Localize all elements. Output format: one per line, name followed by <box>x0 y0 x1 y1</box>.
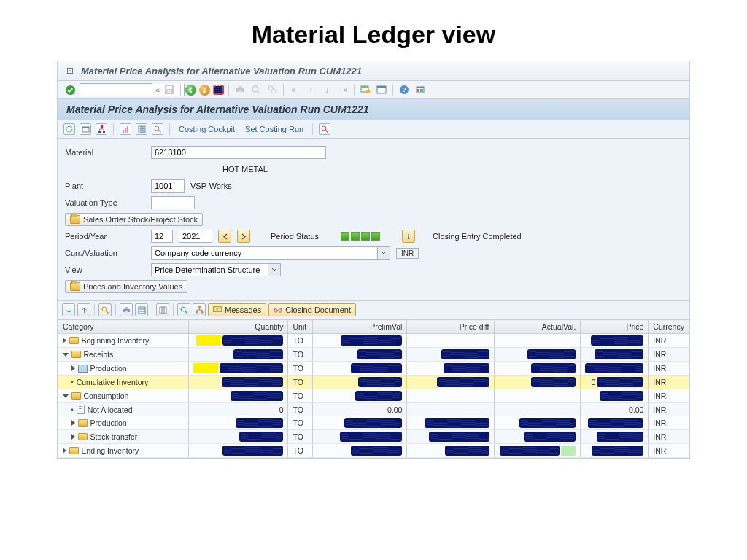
prev-period-button[interactable] <box>218 230 231 243</box>
print-icon[interactable] <box>233 83 247 96</box>
expand-icon[interactable] <box>71 365 75 371</box>
valtype-input[interactable] <box>151 196 195 209</box>
curr-select[interactable] <box>151 246 377 260</box>
chevron-down-icon[interactable] <box>377 246 390 260</box>
expand-icon[interactable] <box>71 420 75 426</box>
layout-icon[interactable] <box>375 83 388 96</box>
cancel-icon[interactable]: ✕ <box>213 85 224 95</box>
material-label: Material <box>65 148 145 157</box>
table-row[interactable]: ReceiptsTOINR <box>58 348 689 362</box>
enter-icon[interactable] <box>63 83 77 96</box>
back-icon[interactable] <box>185 85 196 96</box>
row-label: Ending Inventory <box>82 446 139 455</box>
expand-icon[interactable] <box>63 64 77 77</box>
th-quantity[interactable]: Quantity <box>189 320 288 334</box>
messages-button[interactable]: Messages <box>208 303 266 316</box>
find-tree-icon[interactable] <box>98 303 112 316</box>
material-input[interactable] <box>151 146 326 159</box>
row-label: Production <box>90 364 127 373</box>
view-label: View <box>65 265 145 274</box>
costing-cockpit-button[interactable]: Costing Cockpit <box>176 123 238 135</box>
set-costing-run-button[interactable]: Set Costing Run <box>242 123 306 135</box>
svg-point-8 <box>252 86 258 92</box>
next-page-icon[interactable]: ↓ <box>320 83 333 96</box>
table-row[interactable]: ProductionTOINR <box>58 362 689 376</box>
row-label: Consumption <box>84 392 129 400</box>
table-icon[interactable] <box>136 123 147 135</box>
redacted-value <box>351 363 402 373</box>
export-icon[interactable] <box>135 303 148 316</box>
page-heading: Material Ledger view <box>0 0 747 61</box>
save-icon[interactable] <box>163 83 176 96</box>
history-back[interactable]: « <box>155 85 160 94</box>
th-currency[interactable]: Currency <box>649 320 689 334</box>
find-next-icon[interactable] <box>266 83 279 96</box>
last-page-icon[interactable]: ⇥ <box>336 83 349 96</box>
help-icon[interactable]: ? <box>398 83 411 96</box>
collapse-all-icon[interactable] <box>62 303 75 316</box>
new-session-icon[interactable] <box>359 83 372 96</box>
status-lights <box>341 232 380 241</box>
chevron-down-icon[interactable] <box>268 263 281 276</box>
refresh-icon[interactable] <box>63 123 75 135</box>
column-config-icon[interactable] <box>156 303 169 316</box>
view-select[interactable] <box>151 263 268 276</box>
display-icon[interactable] <box>80 123 91 135</box>
th-category[interactable]: Category <box>58 320 189 334</box>
table-row[interactable]: •Cumulative InventoryTO0INR <box>58 376 689 389</box>
window-titlebar: Material Price Analysis for Alternative … <box>58 61 689 81</box>
th-pricediff[interactable]: Price diff <box>407 320 494 334</box>
folder-icon <box>78 419 88 427</box>
detail-icon[interactable] <box>177 303 190 316</box>
collapse-icon[interactable] <box>63 394 69 398</box>
prev-page-icon[interactable]: ↑ <box>304 83 317 96</box>
bullet-icon: • <box>71 378 74 386</box>
zoom-icon[interactable] <box>319 123 330 135</box>
hierarchy-tree-icon[interactable] <box>193 303 206 316</box>
table-row[interactable]: Ending InventoryTOINR <box>58 444 689 458</box>
folder-icon <box>70 282 80 291</box>
period-year-input[interactable] <box>179 230 212 243</box>
redacted-value <box>445 446 489 456</box>
closing-status: Closing Entry Completed <box>433 232 522 241</box>
table-row[interactable]: Beginning InventoryTOINR <box>58 334 689 348</box>
chart-icon[interactable] <box>120 123 131 135</box>
expand-icon[interactable] <box>63 448 66 454</box>
th-price[interactable]: Price <box>581 320 649 334</box>
expand-icon[interactable] <box>63 338 66 343</box>
exit-icon[interactable] <box>199 85 210 96</box>
plant-input[interactable] <box>151 179 185 192</box>
customize-icon[interactable] <box>414 83 427 96</box>
prices-inventory-button[interactable]: Prices and Inventory Values <box>65 280 187 293</box>
analyze-icon[interactable] <box>152 123 163 135</box>
svg-rect-6 <box>238 86 242 88</box>
period-month-input[interactable] <box>151 230 173 243</box>
print-tree-icon[interactable] <box>120 303 133 316</box>
find-icon[interactable] <box>249 83 263 96</box>
table-row[interactable]: •Not Allocated0TO0.000.00INR <box>58 403 689 416</box>
next-period-button[interactable] <box>237 230 250 243</box>
table-row[interactable]: ConsumptionTOINR <box>58 389 689 403</box>
sales-stock-button[interactable]: Sales Order Stock/Project Stock <box>65 213 203 226</box>
first-page-icon[interactable]: ⇤ <box>288 83 301 96</box>
svg-rect-37 <box>139 307 145 314</box>
command-field[interactable] <box>80 83 152 96</box>
th-actual[interactable]: ActualVal. <box>494 320 581 334</box>
valtype-label: Valuation Type <box>65 198 145 207</box>
redacted-value <box>355 391 402 401</box>
collapse-icon[interactable] <box>63 353 69 357</box>
closing-doc-button[interactable]: Closing Document <box>268 303 356 316</box>
svg-rect-35 <box>125 307 128 309</box>
redacted-value <box>597 432 643 442</box>
th-prelim[interactable]: PrelimVal <box>312 320 407 334</box>
expand-icon[interactable] <box>71 434 75 440</box>
redacted-value <box>524 432 576 442</box>
th-unit[interactable]: Unit <box>288 320 312 334</box>
folder-icon <box>70 215 80 224</box>
info-button[interactable]: i <box>402 230 415 243</box>
sub-header: Material Price Analysis for Alternative … <box>58 99 689 120</box>
hierarchy-icon[interactable] <box>96 123 107 135</box>
expand-all-icon[interactable] <box>77 303 90 316</box>
table-row[interactable]: Stock transferTOINR <box>58 430 689 444</box>
table-row[interactable]: ProductionTOINR <box>58 416 689 430</box>
